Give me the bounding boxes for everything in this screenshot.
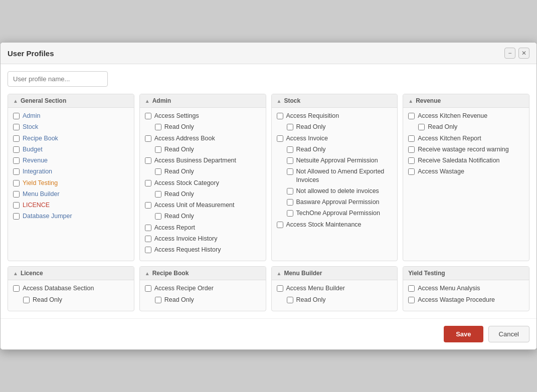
checkbox-access-requisition[interactable]	[277, 113, 283, 119]
checkbox-access-settings[interactable]	[145, 113, 151, 119]
checkbox-kitchen-revenue-readonly[interactable]	[418, 124, 425, 130]
checkbox-recipe-order-readonly[interactable]	[155, 297, 161, 303]
checkbox-budget[interactable]	[13, 146, 20, 153]
list-item: Read Only	[155, 167, 261, 175]
checkbox-techone-approval[interactable]	[287, 210, 293, 217]
checkbox-revenue[interactable]	[13, 157, 20, 164]
list-item: Access Stock Category	[145, 179, 261, 187]
checkbox-stock-category-readonly[interactable]	[155, 191, 161, 198]
checkbox-access-kitchen-report[interactable]	[408, 135, 415, 142]
label-not-delete-invoices: Not allowed to delete invoices	[296, 187, 379, 195]
panel-yield-testing-header: Yield Testing	[403, 267, 529, 280]
checkbox-invoice-readonly[interactable]	[287, 146, 293, 153]
checkbox-access-address-book[interactable]	[145, 135, 151, 142]
checkbox-licence[interactable]	[13, 202, 20, 209]
list-item: Budget	[13, 145, 129, 153]
label-recipe-order-readonly: Read Only	[164, 296, 194, 304]
label-access-wastage-procedure: Access Wastage Procedure	[418, 296, 495, 304]
cancel-button[interactable]: Cancel	[488, 326, 529, 342]
checkbox-access-unit-measurement[interactable]	[145, 202, 151, 209]
save-button[interactable]: Save	[444, 326, 483, 342]
list-item: Read Only	[155, 145, 261, 153]
checkbox-access-request-history[interactable]	[145, 247, 151, 253]
panel-admin-header: ▲ Admin	[140, 94, 266, 108]
checkbox-access-wastage[interactable]	[408, 168, 415, 175]
label-business-readonly: Read Only	[164, 167, 194, 175]
panel-stock-body: Access Requisition Read Only Access Invo…	[272, 108, 398, 236]
list-item: Access Recipe Order	[145, 284, 261, 292]
checkbox-access-menu-builder[interactable]	[277, 285, 283, 292]
checkbox-requisition-readonly[interactable]	[287, 124, 293, 130]
list-item: Access Database Section	[13, 284, 129, 292]
panel-revenue-body: Access Kitchen Revenue Read Only Access …	[403, 108, 529, 183]
list-item: Read Only	[287, 123, 393, 131]
label-access-kitchen-revenue: Access Kitchen Revenue	[418, 112, 487, 120]
panel-general: ▲ General Section Admin Stock Recipe Boo…	[8, 94, 134, 261]
checkbox-stock[interactable]	[13, 124, 20, 130]
checkbox-menu-builder[interactable]	[13, 191, 20, 198]
label-database-jumper: Database Jumper	[23, 212, 72, 220]
checkbox-receive-saledata[interactable]	[408, 157, 415, 164]
checkbox-access-menu-analysis[interactable]	[408, 285, 415, 292]
label-settings-readonly: Read Only	[164, 123, 194, 131]
checkbox-access-report[interactable]	[145, 225, 151, 231]
checkbox-integration[interactable]	[13, 168, 20, 175]
panel-admin-title: Admin	[152, 97, 171, 104]
checkbox-access-invoice-history[interactable]	[145, 236, 151, 242]
checkbox-netsuite-approval[interactable]	[287, 157, 293, 164]
checkbox-access-business-dept[interactable]	[145, 157, 151, 164]
list-item: Access Wastage Procedure	[408, 296, 524, 304]
search-input[interactable]	[8, 71, 108, 87]
label-techone-approval: TechOne Approval Permission	[296, 209, 380, 217]
checkbox-access-stock-category[interactable]	[145, 180, 151, 186]
label-access-stock-maintenance: Access Stock Maintenance	[286, 221, 362, 229]
panel-revenue-header: ▲ Revenue	[403, 94, 529, 108]
checkbox-yield-testing[interactable]	[13, 180, 20, 186]
checkbox-business-readonly[interactable]	[155, 168, 161, 175]
list-item: Access Address Book	[145, 134, 261, 142]
label-access-menu-builder: Access Menu Builder	[286, 284, 345, 292]
checkbox-admin[interactable]	[13, 113, 20, 119]
checkbox-database-readonly[interactable]	[23, 297, 30, 303]
list-item: Access Settings	[145, 112, 261, 120]
checkbox-menu-builder-readonly[interactable]	[287, 297, 293, 303]
list-item: Access Kitchen Revenue	[408, 112, 524, 120]
checkbox-not-amend-exported[interactable]	[287, 168, 293, 175]
checkbox-access-recipe-order[interactable]	[145, 285, 151, 292]
checkbox-access-invoice[interactable]	[277, 135, 283, 142]
panel-menu-builder-title: Menu Builder	[284, 270, 322, 277]
list-item: Receive wastage record warning	[408, 145, 524, 153]
panel-licence-header: ▲ Licence	[8, 267, 134, 280]
checkbox-recipe-book[interactable]	[13, 135, 20, 142]
list-item: Basware Approval Permission	[287, 198, 393, 206]
checkbox-address-readonly[interactable]	[155, 146, 161, 153]
label-licence: LICENCE	[23, 201, 50, 209]
list-item: Netsuite Approval Permission	[287, 156, 393, 164]
checkbox-receive-wastage-warning[interactable]	[408, 146, 415, 153]
list-item: Recipe Book	[13, 134, 129, 142]
checkbox-access-wastage-procedure[interactable]	[408, 297, 415, 303]
label-admin: Admin	[23, 112, 40, 120]
checkbox-not-delete-invoices[interactable]	[287, 188, 293, 194]
panel-yield-testing-body: Access Menu Analysis Access Wastage Proc…	[403, 280, 529, 311]
list-item: Yield Testing	[13, 179, 129, 187]
list-item: Admin	[13, 112, 129, 120]
close-button[interactable]: ✕	[518, 48, 529, 59]
checkbox-unit-readonly[interactable]	[155, 213, 161, 220]
label-not-amend-exported: Not Allowed to Amend Exported Invoices	[296, 167, 393, 184]
window-controls: − ✕	[504, 48, 529, 59]
checkbox-settings-readonly[interactable]	[155, 124, 161, 130]
label-stock-category-readonly: Read Only	[164, 190, 194, 198]
checkbox-access-stock-maintenance[interactable]	[277, 222, 283, 228]
label-integration: Integration	[23, 167, 52, 175]
minimize-button[interactable]: −	[504, 48, 515, 59]
panel-yield-testing-title: Yield Testing	[408, 270, 445, 277]
panel-stock-header: ▲ Stock	[272, 94, 398, 108]
list-item: Access Requisition	[277, 112, 393, 120]
checkbox-database-jumper[interactable]	[13, 213, 20, 220]
panel-menu-builder-header: ▲ Menu Builder	[272, 267, 398, 280]
checkbox-access-database-section[interactable]	[13, 285, 20, 292]
checkbox-basware-approval[interactable]	[287, 199, 293, 206]
checkbox-access-kitchen-revenue[interactable]	[408, 113, 415, 119]
panel-admin-body: Access Settings Read Only Access Address…	[140, 108, 266, 261]
